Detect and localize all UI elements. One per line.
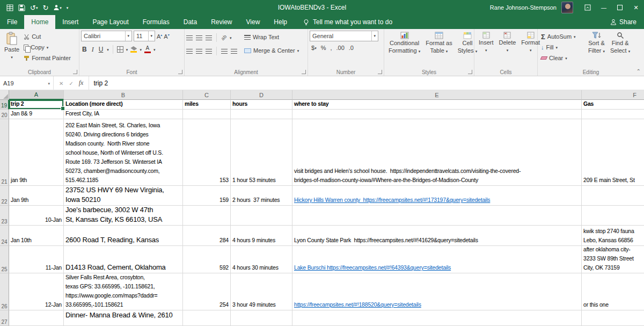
cell-A20[interactable]: Jan 8& 9	[9, 110, 64, 119]
tab-help[interactable]: Help	[267, 15, 294, 29]
avatar[interactable]	[561, 2, 573, 13]
cell-B22[interactable]: 23752 US HWY 69 New Virginia, Iowa 50210	[64, 186, 183, 206]
column-header-E[interactable]: E	[292, 90, 582, 100]
number-format-select[interactable]: General	[310, 31, 378, 41]
column-header-F[interactable]: F	[582, 90, 644, 100]
cell-D20[interactable]	[231, 110, 292, 119]
cell-C20[interactable]	[183, 110, 231, 119]
cell-E25[interactable]: Lake Burschi https://freecampsites.net/#…	[292, 246, 582, 273]
cell-C25[interactable]: 592	[183, 246, 231, 273]
font-color-caret[interactable]	[153, 45, 156, 54]
undo-button[interactable]	[28, 2, 40, 13]
cell-F27[interactable]	[582, 310, 644, 326]
cell-E23[interactable]	[292, 206, 582, 226]
fill-button[interactable]: ↓ Fill	[539, 42, 586, 52]
find-select-caret[interactable]	[628, 47, 631, 55]
orientation-caret[interactable]	[230, 33, 232, 42]
cell-D22[interactable]: 2 hours 37 minutes	[231, 186, 292, 206]
row-header-24[interactable]: 24	[0, 226, 9, 246]
clipboard-dialog-launcher[interactable]	[73, 70, 77, 74]
cell-A21[interactable]: jan 9th	[9, 119, 64, 186]
cell-D26[interactable]: 3 hour 49 minutes	[231, 273, 292, 310]
format-painter-button[interactable]: Format Painter	[22, 53, 72, 63]
paste-dropdown-caret[interactable]	[11, 53, 13, 61]
wrap-text-button[interactable]: Wrap Text	[243, 32, 301, 42]
cell-D19[interactable]: hours	[231, 100, 292, 110]
insert-cells-caret[interactable]	[485, 46, 487, 54]
cell-F25[interactable]: after oklahoma city- 3233 SW 89th Street…	[582, 246, 644, 273]
merge-center-caret[interactable]	[297, 47, 299, 54]
minimize-button[interactable]	[596, 0, 612, 15]
cell-E20[interactable]	[292, 110, 582, 119]
paste-button[interactable]: Paste	[2, 31, 22, 68]
fill-caret[interactable]	[556, 44, 558, 50]
cell-B23[interactable]: Joe's barbecue, 3002 W 47th St, Kansas C…	[64, 206, 183, 226]
autosum-button[interactable]: Σ AutoSum	[539, 32, 586, 41]
align-center-icon[interactable]	[196, 49, 202, 54]
cell-C24[interactable]: 284	[183, 226, 231, 246]
cell-A23[interactable]: 10-Jan	[9, 206, 64, 226]
cell-D27[interactable]	[231, 310, 292, 326]
column-header-A[interactable]: A	[9, 90, 64, 100]
cell-F23[interactable]	[582, 206, 644, 226]
delete-cells-button[interactable]: Delete	[496, 31, 519, 68]
tab-review[interactable]: Review	[204, 15, 239, 29]
clear-button[interactable]: Clear	[539, 53, 586, 63]
format-as-table-button[interactable]: Format as Table	[423, 31, 455, 68]
orientation-icon[interactable]: ab	[220, 34, 228, 41]
column-header-C[interactable]: C	[183, 90, 231, 100]
cell-C23[interactable]	[183, 206, 231, 226]
cell-E24[interactable]: Lyon County State Park https://freecamps…	[292, 226, 582, 246]
delete-cells-caret[interactable]	[507, 46, 509, 54]
sort-filter-button[interactable]: Sort & Filter	[586, 31, 608, 68]
align-middle-icon[interactable]	[196, 35, 202, 40]
row-header-23[interactable]: 23	[0, 206, 9, 226]
cell-E22[interactable]: Hickory Hills Warren county https://free…	[292, 186, 582, 206]
merge-center-button[interactable]: Merge & Center	[243, 46, 301, 55]
number-dialog-launcher[interactable]	[378, 70, 382, 74]
column-header-D[interactable]: D	[231, 90, 292, 100]
styles-dialog-launcher[interactable]	[468, 70, 472, 74]
row-header-22[interactable]: 22	[0, 186, 9, 206]
autosum-caret[interactable]	[574, 33, 576, 40]
underline-button[interactable]: U	[98, 46, 105, 53]
format-cells-caret[interactable]	[530, 46, 532, 54]
fill-color-button[interactable]	[130, 46, 137, 53]
cell-E19[interactable]: where to stay	[292, 100, 582, 110]
row-header-20[interactable]: 20	[0, 110, 9, 119]
copy-button[interactable]: Copy	[22, 42, 72, 52]
conditional-formatting-caret[interactable]	[419, 47, 421, 55]
align-right-icon[interactable]	[206, 49, 212, 54]
cell-C26[interactable]: 254	[183, 273, 231, 310]
cell-C21[interactable]: 153	[183, 119, 231, 186]
tell-me-box[interactable]: Tell me what you want to do	[303, 15, 392, 29]
conditional-formatting-button[interactable]: Conditional Formatting	[386, 31, 423, 68]
align-bottom-icon[interactable]	[206, 35, 212, 40]
insert-cells-button[interactable]: Insert	[476, 31, 496, 68]
select-all-button[interactable]	[0, 90, 9, 100]
touch-mode-caret[interactable]	[60, 4, 62, 12]
align-top-icon[interactable]	[186, 35, 193, 40]
borders-caret[interactable]	[126, 45, 128, 54]
underline-caret[interactable]	[107, 45, 109, 54]
cell-F22[interactable]	[582, 186, 644, 206]
accounting-format-button[interactable]: $	[310, 45, 318, 51]
cell-D25[interactable]: 4 hours 30 minutes	[231, 246, 292, 273]
column-header-B[interactable]: B	[64, 90, 183, 100]
cell-C19[interactable]: miles	[183, 100, 231, 110]
fill-color-caret[interactable]	[140, 45, 142, 54]
italic-button[interactable]: I	[91, 46, 95, 54]
tab-formulas[interactable]: Formulas	[136, 15, 177, 29]
cancel-icon[interactable]	[59, 80, 63, 86]
decrease-indent-icon[interactable]	[221, 49, 228, 54]
accounting-caret[interactable]	[314, 45, 317, 51]
cell-F24[interactable]: kwik stop 2740 fauna Lebo, Kansas 66856	[582, 226, 644, 246]
sort-filter-caret[interactable]	[603, 47, 605, 55]
tab-insert[interactable]: Insert	[55, 15, 85, 29]
row-header-21[interactable]: 21	[0, 119, 9, 186]
cell-A24[interactable]: Jan 10th	[9, 226, 64, 246]
cell-D24[interactable]: 4 hours 9 minutes	[231, 226, 292, 246]
cell-A19[interactable]: trip 2	[9, 100, 64, 110]
cell-F19[interactable]: Gas	[582, 100, 644, 110]
cell-A22[interactable]: Jan 9th	[9, 186, 64, 206]
